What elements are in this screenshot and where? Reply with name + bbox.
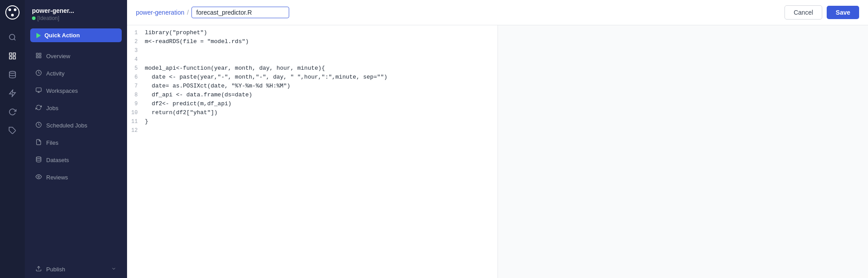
project-name: power-gener... — [32, 7, 120, 14]
search-icon[interactable] — [4, 29, 20, 45]
tag-icon[interactable] — [4, 123, 20, 139]
line-content: df_api <- data.frame(ds=date) — [145, 91, 498, 98]
database-icon[interactable] — [4, 67, 20, 83]
save-button[interactable]: Save — [827, 6, 859, 19]
publish-left: Publish — [36, 266, 65, 273]
status-dot — [32, 16, 36, 20]
svg-point-0 — [6, 6, 19, 19]
line-number: 5 — [127, 65, 145, 71]
editor-area: 1library("prophet")2m<-readRDS(file = "m… — [127, 25, 868, 278]
line-number: 10 — [127, 109, 145, 116]
jobs-icon — [36, 104, 42, 112]
code-line: 9 df2<- predict(m,df_api) — [127, 100, 498, 109]
svg-rect-17 — [36, 88, 41, 91]
scheduled-jobs-icon — [36, 122, 42, 129]
sidebar-item-scheduled-jobs-label: Scheduled Jobs — [46, 122, 88, 129]
svg-point-9 — [9, 71, 16, 74]
code-line: 8 df_api <- data.frame(ds=date) — [127, 91, 498, 100]
lightning-icon[interactable] — [4, 85, 20, 101]
sidebar-item-jobs[interactable]: Jobs — [28, 100, 123, 116]
code-editor[interactable]: 1library("prophet")2m<-readRDS(file = "m… — [127, 25, 498, 278]
svg-rect-5 — [9, 53, 12, 55]
svg-point-22 — [38, 176, 40, 178]
grid-icon[interactable] — [4, 48, 20, 64]
line-number: 4 — [127, 56, 145, 63]
svg-rect-7 — [9, 57, 12, 59]
line-number: 11 — [127, 118, 145, 125]
svg-point-21 — [36, 157, 41, 159]
sidebar-item-workspaces-label: Workspaces — [46, 87, 78, 94]
refresh-icon[interactable] — [4, 104, 20, 120]
svg-marker-10 — [9, 90, 16, 97]
sidebar-item-workspaces[interactable]: Workspaces — [28, 83, 123, 99]
chevron-down-icon — [111, 266, 116, 273]
sidebar-item-activity[interactable]: Activity — [28, 65, 123, 82]
breadcrumb-separator: / — [187, 9, 189, 16]
sidebar-item-reviews-label: Reviews — [46, 174, 68, 181]
line-content: model_api<-function(year, month, day, ho… — [145, 65, 498, 71]
line-number: 3 — [127, 47, 145, 54]
sidebar-item-publish-label: Publish — [46, 266, 65, 273]
code-line: 11} — [127, 118, 498, 127]
domino-logo[interactable] — [5, 5, 20, 20]
reviews-icon — [36, 174, 42, 181]
sidebar-item-activity-label: Activity — [46, 70, 64, 77]
file-name-input[interactable] — [191, 7, 289, 18]
sidebar-bottom: Publish — [25, 261, 127, 278]
line-number: 9 — [127, 100, 145, 107]
code-line: 5model_api<-function(year, month, day, h… — [127, 64, 498, 73]
sidebar: power-gener... [Ideation] Quick Action O… — [25, 0, 127, 278]
quick-action-button[interactable]: Quick Action — [30, 28, 122, 42]
code-line: 7 date= as.POSIXct(date, "%Y-%m-%d %H:%M… — [127, 82, 498, 91]
svg-rect-15 — [39, 56, 41, 58]
sidebar-item-datasets-label: Datasets — [46, 157, 69, 163]
code-line: 12 — [127, 127, 498, 135]
overview-icon — [36, 52, 42, 60]
svg-rect-8 — [13, 57, 16, 59]
svg-point-1 — [8, 8, 11, 11]
sidebar-item-publish[interactable]: Publish — [28, 261, 123, 278]
code-line: 3 — [127, 47, 498, 56]
sidebar-item-files[interactable]: Files — [28, 135, 123, 151]
project-status: [Ideation] — [32, 15, 120, 21]
sidebar-item-overview-label: Overview — [46, 53, 70, 60]
cancel-button[interactable]: Cancel — [784, 5, 823, 20]
quick-action-label: Quick Action — [44, 32, 80, 39]
line-number: 7 — [127, 83, 145, 89]
line-content: date <- paste(year,"-", month,"-", day, … — [145, 74, 498, 80]
editor-right-panel — [498, 25, 868, 278]
play-icon — [36, 33, 41, 38]
top-bar: power-generation / Cancel Save — [127, 0, 868, 25]
sidebar-item-files-label: Files — [46, 139, 58, 146]
line-number: 2 — [127, 38, 145, 45]
svg-rect-12 — [36, 53, 38, 55]
line-number: 12 — [127, 127, 145, 134]
line-content: library("prophet") — [145, 29, 498, 36]
sidebar-item-overview[interactable]: Overview — [28, 48, 123, 64]
code-line: 1library("prophet") — [127, 29, 498, 38]
svg-point-3 — [11, 14, 14, 16]
breadcrumb-project-link[interactable]: power-generation — [136, 9, 184, 16]
main-content: power-generation / Cancel Save 1library(… — [127, 0, 868, 278]
sidebar-item-datasets[interactable]: Datasets — [28, 152, 123, 168]
datasets-icon — [36, 156, 42, 164]
line-content: m<-readRDS(file = "model.rds") — [145, 38, 498, 45]
line-content: } — [145, 118, 498, 125]
svg-rect-13 — [39, 53, 41, 55]
sidebar-item-reviews[interactable]: Reviews — [28, 169, 123, 186]
icon-rail — [0, 0, 25, 278]
code-line: 10 return(df2["yhat"]) — [127, 109, 498, 118]
line-number: 6 — [127, 74, 145, 80]
sidebar-item-jobs-label: Jobs — [46, 105, 58, 111]
sidebar-item-scheduled-jobs[interactable]: Scheduled Jobs — [28, 117, 123, 134]
files-icon — [36, 139, 42, 147]
sidebar-header: power-gener... [Ideation] — [25, 0, 127, 25]
svg-point-4 — [9, 34, 15, 40]
activity-icon — [36, 70, 42, 77]
svg-point-2 — [14, 8, 16, 11]
code-line: 2m<-readRDS(file = "model.rds") — [127, 38, 498, 47]
code-line: 4 — [127, 56, 498, 64]
code-line: 6 date <- paste(year,"-", month,"-", day… — [127, 73, 498, 82]
svg-rect-14 — [36, 56, 38, 58]
line-number: 8 — [127, 91, 145, 98]
